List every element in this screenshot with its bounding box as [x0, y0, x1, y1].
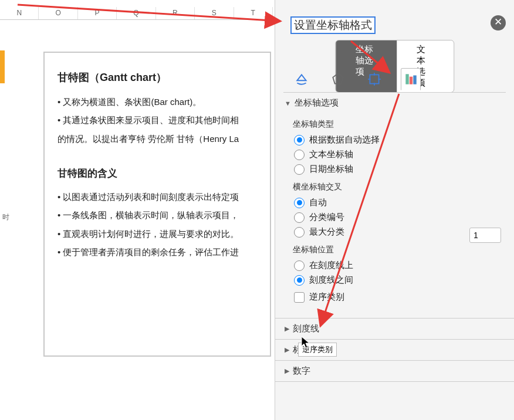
yellow-side-tab: [0, 50, 5, 83]
doc-line: • 以图表通过活动列表和时间刻度表示出特定项: [58, 188, 257, 206]
radio-cross-category[interactable]: 分类编号: [294, 212, 506, 223]
doc-line: • 便于管理者弄清项目的剩余任务，评估工作进: [58, 243, 257, 262]
document-textbox[interactable]: 甘特图（Gantt chart） • 又称为横道图、条状图(Bar chart)…: [43, 52, 271, 357]
checkbox-reverse-order[interactable]: 逆序类别: [294, 292, 506, 303]
radio-pos-between[interactable]: 刻度线之间: [294, 275, 506, 286]
col-Q[interactable]: Q: [117, 7, 155, 19]
doc-heading-1: 甘特图（Gantt chart）: [58, 67, 257, 89]
doc-heading-2: 甘特图的含义: [58, 163, 257, 184]
axis-options-icon[interactable]: [401, 68, 421, 90]
group-label-position: 坐标轴位置: [293, 245, 507, 255]
col-O[interactable]: O: [39, 7, 77, 19]
format-icon-row: [283, 66, 506, 93]
col-S[interactable]: S: [195, 7, 234, 19]
disclosure-triangle-icon: ▶: [285, 346, 289, 354]
effects-icon[interactable]: [328, 69, 348, 89]
svg-marker-0: [333, 73, 343, 83]
svg-rect-3: [410, 77, 412, 84]
close-panel-button[interactable]: ✕: [491, 15, 506, 31]
doc-line: • 一条线条图，横轴表示时间，纵轴表示项目，: [58, 206, 257, 225]
col-R[interactable]: R: [156, 7, 195, 19]
group-label-cross: 横坐标轴交叉: [293, 182, 507, 192]
panel-title: 设置坐标轴格式: [290, 16, 376, 34]
disclosure-triangle-icon: ▶: [285, 367, 289, 375]
disclosure-triangle-icon: ▶: [285, 325, 289, 333]
column-header-row: N O P Q R S T: [0, 7, 273, 20]
col-N[interactable]: N: [0, 7, 39, 19]
disclosure-triangle-icon: ▼: [285, 100, 291, 107]
section-axis-options: ▼ 坐标轴选项 坐标轴类型 根据数据自动选择 文本坐标轴 日期坐标轴 横坐标轴交…: [275, 93, 514, 319]
col-P[interactable]: P: [78, 7, 117, 19]
section-number: ▶ 数字: [275, 361, 514, 382]
section-title: 坐标轴选项: [295, 97, 339, 109]
section-header-number[interactable]: ▶ 数字: [275, 361, 514, 381]
radio-axis-date[interactable]: 日期坐标轴: [294, 164, 506, 175]
side-label: 时: [2, 212, 9, 222]
doc-line: • 直观表明计划何时进行，进展与要求的对比。: [58, 225, 257, 243]
doc-line: • 又称为横道图、条状图(Bar chart)。: [58, 93, 257, 111]
category-number-input[interactable]: [469, 228, 501, 243]
section-title: 刻度线: [293, 323, 319, 334]
svg-rect-1: [370, 74, 378, 83]
svg-rect-4: [413, 76, 416, 84]
group-label-axis-type: 坐标轴类型: [293, 119, 507, 130]
doc-line: 的情况。以提出者亨特 劳伦斯 甘特（Henry La: [58, 130, 257, 148]
radio-cross-auto[interactable]: 自动: [294, 197, 506, 208]
mouse-cursor-icon: [299, 336, 313, 352]
col-T[interactable]: T: [234, 7, 273, 19]
section-header-axis-options[interactable]: ▼ 坐标轴选项: [275, 93, 514, 113]
doc-line: • 其通过条状图来显示项目、进度和其他时间相: [58, 111, 257, 130]
fill-line-icon[interactable]: [292, 69, 312, 89]
svg-rect-2: [405, 74, 408, 84]
format-axis-panel: 设置坐标轴格式 ✕ 坐标轴选项 文本选项 ▼ 坐标轴选项 坐标轴类型: [275, 0, 514, 420]
size-props-icon[interactable]: [364, 69, 384, 89]
section-title: 数字: [293, 365, 310, 377]
radio-pos-on-tick[interactable]: 在刻度线上: [294, 260, 506, 271]
radio-axis-text[interactable]: 文本坐标轴: [294, 149, 506, 160]
radio-axis-auto[interactable]: 根据数据自动选择: [294, 134, 506, 145]
